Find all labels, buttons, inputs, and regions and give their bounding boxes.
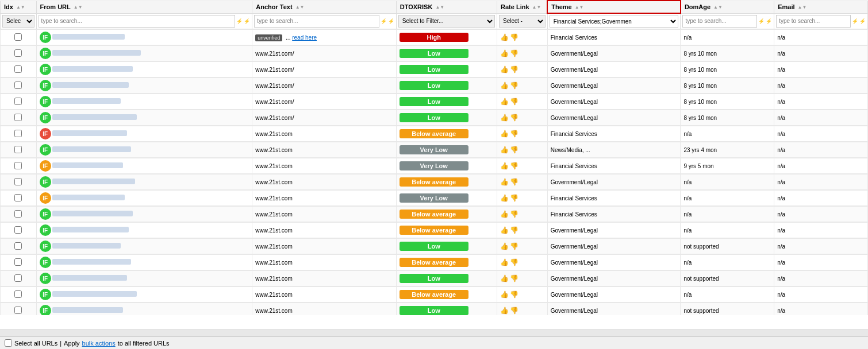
if-badge-15[interactable]: IF xyxy=(40,273,51,284)
domage-filter-icon[interactable]: ⚡ xyxy=(758,18,765,24)
thumb-up-icon[interactable]: 👍 xyxy=(500,130,509,138)
thumb-up-icon[interactable]: 👍 xyxy=(500,65,509,73)
if-badge-7[interactable]: IF xyxy=(40,144,51,156)
if-badge-1[interactable]: IF xyxy=(40,48,51,59)
row-checkbox-1[interactable] xyxy=(14,49,22,57)
thumb-up-icon[interactable]: 👍 xyxy=(500,210,509,218)
row-checkbox-13[interactable] xyxy=(14,242,22,250)
row-checkbox-17[interactable] xyxy=(14,307,22,314)
thumb-down-icon[interactable]: 👎 xyxy=(510,226,519,234)
thumb-up-icon[interactable]: 👍 xyxy=(500,258,509,266)
anchor-filter-icon2[interactable]: ⚡ xyxy=(388,18,394,24)
email-sort-icon[interactable]: ▲▼ xyxy=(798,5,807,10)
row-checkbox-4[interactable] xyxy=(14,98,22,105)
thumb-down-icon[interactable]: 👎 xyxy=(510,178,519,186)
bulk-actions-link[interactable]: bulk actions xyxy=(82,340,116,347)
rate-sort-icon[interactable]: ▲▼ xyxy=(532,5,541,10)
domage-sort-icon[interactable]: ▲▼ xyxy=(713,5,723,10)
thumb-up-icon[interactable]: 👍 xyxy=(500,146,509,154)
if-badge-14[interactable]: IF xyxy=(40,257,51,268)
if-badge-17[interactable]: IF xyxy=(40,305,51,315)
thumb-down-icon[interactable]: 👎 xyxy=(510,307,519,315)
thumb-down-icon[interactable]: 👎 xyxy=(510,33,519,41)
if-badge-4[interactable]: IF xyxy=(40,96,51,107)
domage-filter-icon2[interactable]: ⚡ xyxy=(766,18,772,24)
thumb-down-icon[interactable]: 👎 xyxy=(510,274,519,282)
if-badge-9[interactable]: IF xyxy=(40,176,51,188)
idx-sort-icon[interactable]: ▲▼ xyxy=(16,5,25,10)
row-checkbox-14[interactable] xyxy=(14,258,22,266)
from-search-input[interactable] xyxy=(39,15,236,28)
if-badge-10[interactable]: IF xyxy=(40,192,51,204)
if-badge-6[interactable]: IF xyxy=(40,128,51,139)
row-checkbox-12[interactable] xyxy=(14,226,22,234)
if-badge-16[interactable]: IF xyxy=(40,289,51,300)
thumb-down-icon[interactable]: 👎 xyxy=(510,242,519,250)
thumb-up-icon[interactable]: 👍 xyxy=(500,162,509,170)
row-checkbox-9[interactable] xyxy=(14,178,22,185)
if-badge-13[interactable]: IF xyxy=(40,241,51,252)
thumb-down-icon[interactable]: 👎 xyxy=(510,82,519,90)
thumb-up-icon[interactable]: 👍 xyxy=(500,307,509,315)
row-checkbox-3[interactable] xyxy=(14,82,22,89)
from-filter-icon[interactable]: ⚡ xyxy=(236,18,243,24)
if-badge-0[interactable]: IF xyxy=(40,32,51,43)
thumb-up-icon[interactable]: 👍 xyxy=(500,242,509,250)
thumb-up-icon[interactable]: 👍 xyxy=(500,82,509,90)
row-checkbox-7[interactable] xyxy=(14,146,22,153)
if-badge-12[interactable]: IF xyxy=(40,224,51,236)
thumb-up-icon[interactable]: 👍 xyxy=(500,98,509,106)
if-badge-11[interactable]: IF xyxy=(40,208,51,220)
theme-filter-select[interactable]: Financial Services;Governmen xyxy=(550,15,679,28)
thumb-up-icon[interactable]: 👍 xyxy=(500,274,509,282)
thumb-up-icon[interactable]: 👍 xyxy=(500,226,509,234)
anchor-sort-icon[interactable]: ▲▼ xyxy=(295,5,305,10)
from-filter-icon2[interactable]: ⚡ xyxy=(244,18,250,24)
thumb-up-icon[interactable]: 👍 xyxy=(500,178,509,186)
if-badge-3[interactable]: IF xyxy=(40,80,51,91)
row-checkbox-5[interactable] xyxy=(14,114,22,121)
email-search-input[interactable] xyxy=(776,15,851,28)
if-badge-8[interactable]: IF xyxy=(40,160,51,172)
dtox-sort-icon[interactable]: ▲▼ xyxy=(435,5,444,10)
select-all-checkbox[interactable] xyxy=(5,339,12,347)
thumb-down-icon[interactable]: 👎 xyxy=(510,114,519,122)
row-checkbox-6[interactable] xyxy=(14,130,22,137)
domage-search-input[interactable] xyxy=(682,15,757,28)
row-checkbox-8[interactable] xyxy=(14,162,22,169)
idx-filter-select[interactable]: Selec xyxy=(2,15,34,28)
row-checkbox-16[interactable] xyxy=(14,290,22,298)
email-filter-icon2[interactable]: ⚡ xyxy=(859,18,866,24)
if-badge-2[interactable]: IF xyxy=(40,64,51,75)
horizontal-scrollbar[interactable] xyxy=(0,329,868,336)
anchor-search-input[interactable] xyxy=(254,15,379,28)
thumb-down-icon[interactable]: 👎 xyxy=(510,162,519,170)
email-filter-icon[interactable]: ⚡ xyxy=(852,18,858,24)
row-checkbox-10[interactable] xyxy=(14,194,22,201)
thumb-down-icon[interactable]: 👎 xyxy=(510,146,519,154)
thumb-down-icon[interactable]: 👎 xyxy=(510,258,519,266)
thumb-down-icon[interactable]: 👎 xyxy=(510,210,519,218)
row-checkbox-15[interactable] xyxy=(14,274,22,282)
thumb-up-icon[interactable]: 👍 xyxy=(500,33,509,41)
anchor-filter-icon[interactable]: ⚡ xyxy=(381,18,387,24)
if-badge-5[interactable]: IF xyxy=(40,112,51,123)
from-sort-icon[interactable]: ▲▼ xyxy=(74,5,83,10)
thumb-up-icon[interactable]: 👍 xyxy=(500,49,509,57)
row-checkbox-2[interactable] xyxy=(14,65,22,73)
thumb-down-icon[interactable]: 👎 xyxy=(510,194,519,202)
thumb-up-icon[interactable]: 👍 xyxy=(500,290,509,298)
thumb-down-icon[interactable]: 👎 xyxy=(510,98,519,106)
thumb-down-icon[interactable]: 👎 xyxy=(510,49,519,57)
thumb-down-icon[interactable]: 👎 xyxy=(510,65,519,73)
rate-filter-select[interactable]: Select - xyxy=(499,15,546,28)
dtox-filter-select[interactable]: Select to Filter... xyxy=(398,15,495,28)
thumb-down-icon[interactable]: 👎 xyxy=(510,290,519,298)
row-checkbox-0[interactable] xyxy=(14,33,22,41)
thumb-up-icon[interactable]: 👍 xyxy=(500,114,509,122)
thumb-down-icon[interactable]: 👎 xyxy=(510,130,519,138)
thumb-up-icon[interactable]: 👍 xyxy=(500,194,509,202)
read-here-link[interactable]: read here xyxy=(292,34,317,41)
row-checkbox-11[interactable] xyxy=(14,210,22,218)
theme-sort-icon[interactable]: ▲▼ xyxy=(575,5,584,10)
